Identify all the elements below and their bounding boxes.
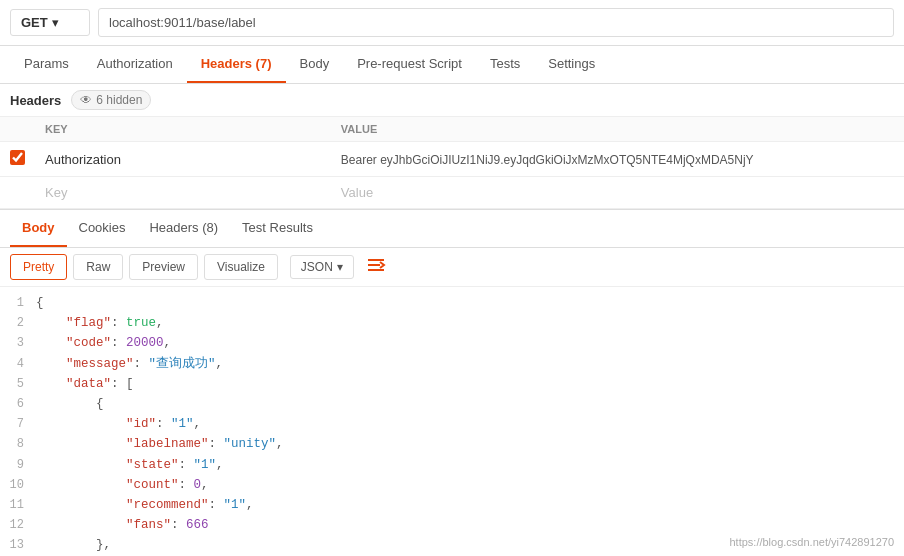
code-line: 3 "code": 20000, <box>0 333 904 353</box>
line-number: 11 <box>0 495 36 515</box>
body-tab-pretty[interactable]: Pretty <box>10 254 67 280</box>
line-content: "flag": true, <box>36 313 164 333</box>
body-tab-preview[interactable]: Preview <box>129 254 198 280</box>
req-tab-body[interactable]: Body <box>286 46 344 83</box>
code-line: 8 "labelname": "unity", <box>0 434 904 454</box>
line-number: 4 <box>0 354 36 374</box>
row-checkbox[interactable] <box>10 150 25 165</box>
code-line: 5 "data": [ <box>0 374 904 394</box>
line-content: "count": 0, <box>36 475 209 495</box>
empty-key-cell: Key <box>35 177 331 209</box>
key-text: Authorization <box>45 152 121 167</box>
line-number: 3 <box>0 333 36 353</box>
line-number: 6 <box>0 394 36 414</box>
req-tab-tests[interactable]: Tests <box>476 46 534 83</box>
req-tab-headers--7-[interactable]: Headers (7) <box>187 46 286 83</box>
method-text: GET <box>21 15 48 30</box>
method-select[interactable]: GET ▾ <box>10 9 90 36</box>
value-placeholder: Value <box>341 185 373 200</box>
format-arrow: ▾ <box>337 260 343 274</box>
line-content: "labelname": "unity", <box>36 434 284 454</box>
method-dropdown-arrow: ▾ <box>52 15 59 30</box>
key-placeholder: Key <box>45 185 67 200</box>
value-col-header: VALUE <box>331 117 904 142</box>
check-col-header <box>0 117 35 142</box>
req-tab-settings[interactable]: Settings <box>534 46 609 83</box>
line-number: 9 <box>0 455 36 475</box>
url-bar: GET ▾ <box>0 0 904 46</box>
line-content: }, <box>36 535 111 555</box>
resp-tab-body[interactable]: Body <box>10 210 67 247</box>
code-line: 11 "recommend": "1", <box>0 495 904 515</box>
hidden-text: 6 hidden <box>96 93 142 107</box>
line-number: 8 <box>0 434 36 454</box>
line-content: { <box>36 394 104 414</box>
code-area: 1{2 "flag": true,3 "code": 20000,4 "mess… <box>0 287 904 556</box>
line-content: "fans": 666 <box>36 515 209 535</box>
request-tabs: ParamsAuthorizationHeaders (7)BodyPre-re… <box>0 46 904 84</box>
line-content: "recommend": "1", <box>36 495 254 515</box>
body-toolbar: PrettyRawPreviewVisualizeJSON ▾ <box>0 248 904 287</box>
line-content: "id": "1", <box>36 414 201 434</box>
body-tab-raw[interactable]: Raw <box>73 254 123 280</box>
watermark: https://blog.csdn.net/yi742891270 <box>729 536 894 548</box>
resp-tab-test-results[interactable]: Test Results <box>230 210 325 247</box>
row-checkbox-cell[interactable] <box>0 142 35 177</box>
response-tabs-wrapper: BodyCookiesHeaders (8)Test Results <box>0 209 904 248</box>
body-tab-visualize[interactable]: Visualize <box>204 254 278 280</box>
code-line: 2 "flag": true, <box>0 313 904 333</box>
line-number: 1 <box>0 293 36 313</box>
req-tab-params[interactable]: Params <box>10 46 83 83</box>
code-line: 10 "count": 0, <box>0 475 904 495</box>
value-text: Bearer eyJhbGciOiJIUzI1NiJ9.eyJqdGkiOiJx… <box>341 153 754 167</box>
resp-tab-cookies[interactable]: Cookies <box>67 210 138 247</box>
line-content: { <box>36 293 44 313</box>
line-content: "data": [ <box>36 374 134 394</box>
format-label: JSON <box>301 260 333 274</box>
hidden-badge[interactable]: 👁 6 hidden <box>71 90 151 110</box>
resp-tab-headers--8-[interactable]: Headers (8) <box>137 210 230 247</box>
headers-bar: Headers 👁 6 hidden <box>0 84 904 117</box>
code-line: 7 "id": "1", <box>0 414 904 434</box>
format-select[interactable]: JSON ▾ <box>290 255 354 279</box>
code-line: 1{ <box>0 293 904 313</box>
eye-icon: 👁 <box>80 93 92 107</box>
value-cell: Bearer eyJhbGciOiJIUzI1NiJ9.eyJqdGkiOiJx… <box>331 142 904 177</box>
response-tabs: BodyCookiesHeaders (8)Test Results <box>0 210 904 247</box>
table-row: Authorization Bearer eyJhbGciOiJIUzI1NiJ… <box>0 142 904 177</box>
wrap-icon[interactable] <box>366 257 386 277</box>
req-tab-authorization[interactable]: Authorization <box>83 46 187 83</box>
table-row-empty: Key Value <box>0 177 904 209</box>
line-content: "message": "查询成功", <box>36 354 223 374</box>
line-number: 5 <box>0 374 36 394</box>
headers-label: Headers <box>10 93 61 108</box>
url-input[interactable] <box>98 8 894 37</box>
empty-value-cell: Value <box>331 177 904 209</box>
key-cell: Authorization <box>35 142 331 177</box>
code-line: 9 "state": "1", <box>0 455 904 475</box>
empty-checkbox-cell <box>0 177 35 209</box>
line-number: 7 <box>0 414 36 434</box>
code-line: 12 "fans": 666 <box>0 515 904 535</box>
line-content: "state": "1", <box>36 455 224 475</box>
key-col-header: KEY <box>35 117 331 142</box>
line-number: 2 <box>0 313 36 333</box>
line-number: 10 <box>0 475 36 495</box>
req-tab-pre-request-script[interactable]: Pre-request Script <box>343 46 476 83</box>
headers-table: KEY VALUE Authorization Bearer eyJhbGciO… <box>0 117 904 209</box>
line-number: 13 <box>0 535 36 555</box>
code-line: 6 { <box>0 394 904 414</box>
line-number: 12 <box>0 515 36 535</box>
line-content: "code": 20000, <box>36 333 171 353</box>
code-line: 4 "message": "查询成功", <box>0 354 904 374</box>
